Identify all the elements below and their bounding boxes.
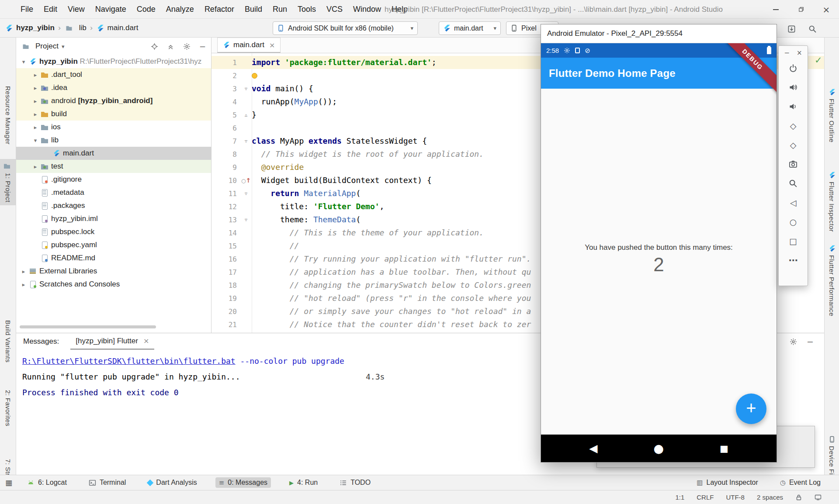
caret-position[interactable]: 1:1 bbox=[675, 494, 684, 501]
tree-item-pubspec-yaml[interactable]: pubspec.yaml bbox=[16, 238, 211, 252]
sdk-manager-button[interactable] bbox=[786, 23, 797, 35]
fold-toggle-icon[interactable]: ▿ bbox=[240, 217, 252, 223]
increment-fab[interactable]: + bbox=[736, 394, 766, 424]
minimize-button[interactable] bbox=[763, 0, 788, 19]
toolwindow-logcat[interactable]: 6: Logcat bbox=[24, 477, 70, 488]
stripe-favorites[interactable]: 2: Favorites bbox=[0, 387, 16, 429]
screen-icon[interactable] bbox=[815, 494, 822, 501]
tree-item-android[interactable]: ▸android [hyzp_yibin_android] bbox=[16, 94, 211, 107]
stripe-flutter-performance[interactable]: Flutter Performance bbox=[825, 242, 839, 319]
tree-item-test[interactable]: ▸test bbox=[16, 160, 211, 173]
stripe-flutter-inspector[interactable]: Flutter Inspector bbox=[825, 169, 839, 235]
volume-down-button[interactable] bbox=[784, 97, 803, 116]
tree-item-hyzp-yibin-iml[interactable]: hyzp_yibin.iml bbox=[16, 212, 211, 225]
breadcrumb-project[interactable]: hyzp_yibin bbox=[16, 24, 55, 32]
tool-window-switcher-icon[interactable]: ▦ bbox=[5, 478, 12, 487]
rotate-left-button[interactable]: ◇ bbox=[784, 116, 803, 135]
file-encoding[interactable]: UTF-8 bbox=[726, 494, 745, 501]
stripe-project[interactable]: 1: Project bbox=[0, 159, 16, 205]
menu-build[interactable]: Build bbox=[240, 3, 267, 16]
android-overview-button[interactable]: ■ bbox=[720, 443, 728, 454]
gear-icon[interactable] bbox=[183, 43, 191, 50]
expand-arrow-icon[interactable]: ▸ bbox=[31, 124, 40, 131]
power-button[interactable] bbox=[784, 59, 803, 78]
toolwindow-event-log[interactable]: ◷Event Log bbox=[777, 477, 824, 488]
menu-run[interactable]: Run bbox=[268, 3, 292, 16]
tree-item--packages[interactable]: .packages bbox=[16, 199, 211, 212]
tree-item-main-dart[interactable]: main.dart bbox=[16, 147, 211, 160]
horizontal-scrollbar[interactable] bbox=[20, 325, 156, 328]
more-options-button[interactable]: ⋯ bbox=[784, 251, 803, 270]
close-icon[interactable]: × bbox=[143, 337, 149, 345]
breadcrumb-lib[interactable]: lib bbox=[79, 24, 87, 32]
emulator-title-bar[interactable]: Android Emulator - Pixel_2_API_29:5554 bbox=[541, 24, 777, 43]
menu-analyze[interactable]: Analyze bbox=[161, 3, 199, 16]
project-panel-title[interactable]: Project bbox=[35, 42, 59, 51]
hide-panel-icon[interactable]: − bbox=[807, 337, 814, 346]
breadcrumb-file[interactable]: main.dart bbox=[107, 24, 139, 32]
line-ending[interactable]: CRLF bbox=[697, 494, 714, 501]
tree-item-readme-md[interactable]: README.md bbox=[16, 252, 211, 265]
indent-setting[interactable]: 2 spaces bbox=[757, 494, 783, 501]
toolwindow-run[interactable]: ▶4: Run bbox=[286, 477, 321, 488]
toolwindow-messages[interactable]: ≡0: Messages bbox=[215, 477, 271, 488]
tree-item-lib[interactable]: ▾lib bbox=[16, 134, 211, 147]
expand-arrow-icon[interactable]: ▸ bbox=[19, 268, 28, 275]
fold-toggle-icon[interactable]: ▿ bbox=[240, 138, 252, 144]
tree-item--idea[interactable]: ▸.idea bbox=[16, 81, 211, 94]
toolwindow-layout-inspector[interactable]: ▥Layout Inspector bbox=[693, 477, 761, 488]
overview-button[interactable]: □ bbox=[784, 231, 803, 251]
rotate-right-button[interactable]: ◇ bbox=[784, 135, 803, 155]
device-selector-dropdown[interactable]: Android SDK built for x86 (mobile) ▾ bbox=[273, 21, 418, 35]
run-config-dropdown[interactable]: main.dart ▾ bbox=[439, 21, 501, 35]
volume-up-button[interactable] bbox=[784, 78, 803, 97]
tab-flutter-messages[interactable]: [hyzp_yibin] Flutter × bbox=[70, 333, 154, 350]
tab-main-dart[interactable]: main.dart × bbox=[217, 38, 281, 53]
expand-arrow-icon[interactable]: ▸ bbox=[19, 281, 28, 288]
toolwindow-dart-analysis[interactable]: Dart Analysis bbox=[144, 477, 200, 488]
locate-file-icon[interactable] bbox=[151, 43, 158, 50]
stripe-resource-manager[interactable]: Resource Manager bbox=[0, 83, 16, 148]
close-icon[interactable]: × bbox=[269, 41, 275, 49]
expand-arrow-icon[interactable]: ▸ bbox=[31, 72, 40, 78]
menu-refactor[interactable]: Refactor bbox=[200, 3, 239, 16]
expand-arrow-icon[interactable]: ▸ bbox=[31, 163, 40, 170]
tree-item-scratches-and-consoles[interactable]: ▸Scratches and Consoles bbox=[16, 278, 211, 291]
tree-item-pubspec-lock[interactable]: pubspec.lock bbox=[16, 225, 211, 238]
restore-button[interactable] bbox=[788, 0, 814, 19]
tree-item-hyzp-yibin[interactable]: ▾hyzp_yibin R:\FlutterProject\FlutterPro… bbox=[16, 55, 211, 68]
close-button[interactable]: × bbox=[814, 0, 839, 19]
menu-view[interactable]: View bbox=[63, 3, 90, 16]
menu-navigate[interactable]: Navigate bbox=[90, 3, 131, 16]
menu-edit[interactable]: Edit bbox=[39, 3, 62, 16]
tree-item--gitignore[interactable]: .gitignore bbox=[16, 173, 211, 186]
toolwindow-todo[interactable]: TODO bbox=[336, 477, 374, 488]
fold-toggle-icon[interactable]: ▿ bbox=[240, 190, 252, 197]
menu-code[interactable]: Code bbox=[132, 3, 160, 16]
hide-panel-icon[interactable]: − bbox=[199, 42, 206, 51]
console-link[interactable]: R:\Flutter\FlutterSDK\flutter\bin\flutte… bbox=[22, 356, 236, 366]
menu-vcs[interactable]: VCS bbox=[322, 3, 347, 16]
back-button[interactable]: ◁ bbox=[784, 193, 803, 212]
collapse-all-icon[interactable] bbox=[167, 43, 174, 50]
close-button[interactable]: × bbox=[797, 49, 802, 57]
expand-arrow-icon[interactable]: ▸ bbox=[31, 85, 40, 91]
chevron-down-icon[interactable]: ▾ bbox=[62, 43, 65, 50]
screenshot-button[interactable] bbox=[784, 155, 803, 174]
tree-item-build[interactable]: ▸build bbox=[16, 107, 211, 121]
menu-tools[interactable]: Tools bbox=[293, 3, 321, 16]
menu-file[interactable]: File bbox=[16, 3, 38, 16]
expand-arrow-icon[interactable]: ▸ bbox=[31, 111, 40, 117]
stripe-flutter-outline[interactable]: Flutter Outline bbox=[825, 86, 839, 145]
collapse-arrow-icon[interactable]: ▾ bbox=[19, 59, 28, 65]
fold-toggle-icon[interactable]: ▿ bbox=[240, 86, 252, 92]
home-button[interactable]: ○ bbox=[784, 212, 803, 231]
intention-bulb-icon[interactable] bbox=[252, 73, 257, 79]
search-everywhere-button[interactable] bbox=[807, 23, 818, 35]
tree-item-ios[interactable]: ▸ios bbox=[16, 121, 211, 134]
stripe-build-variants[interactable]: Build Variants bbox=[0, 317, 16, 366]
tree-item--metadata[interactable]: .metadata bbox=[16, 186, 211, 199]
tree-item--dart-tool[interactable]: ▸.dart_tool bbox=[16, 68, 211, 81]
android-home-button[interactable]: ● bbox=[653, 442, 664, 455]
minimize-button[interactable]: − bbox=[784, 49, 790, 57]
